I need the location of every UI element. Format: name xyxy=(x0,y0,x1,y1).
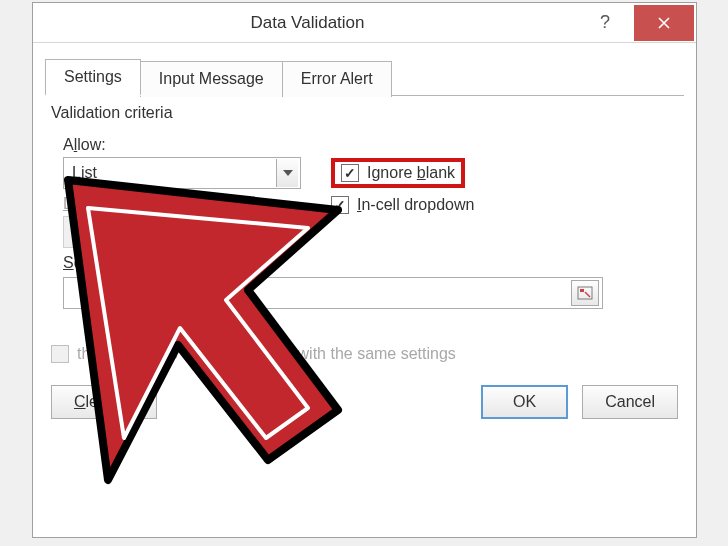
ignore-blank-label: Ignore blank xyxy=(367,164,455,182)
dialog-title: Data Validation xyxy=(33,13,582,33)
tab-bar: Settings Input Message Error Alert xyxy=(45,59,684,96)
apply-changes-row: these ges to all other cells with the sa… xyxy=(51,345,684,363)
apply-changes-checkbox xyxy=(51,345,69,363)
range-selector-button[interactable] xyxy=(571,280,599,306)
source-input[interactable] xyxy=(63,277,603,309)
apply-changes-label: these ges to all other cells with the sa… xyxy=(77,345,456,363)
form-area: Allow: List Data: between So xyxy=(45,126,684,313)
ok-button[interactable]: OK xyxy=(481,385,568,419)
validation-criteria-label: Validation criteria xyxy=(51,104,684,122)
clear-all-button[interactable]: Clear All xyxy=(51,385,157,419)
svg-rect-0 xyxy=(578,287,592,299)
cancel-button[interactable]: Cancel xyxy=(582,385,678,419)
tab-error-alert[interactable]: Error Alert xyxy=(282,61,392,97)
allow-dropdown[interactable]: List xyxy=(63,157,301,189)
button-row: Clear All OK Cancel xyxy=(45,385,684,419)
allow-value: List xyxy=(72,164,276,182)
dialog-content: Settings Input Message Error Alert Valid… xyxy=(33,43,696,429)
allow-label: Allow: xyxy=(63,136,313,154)
help-button[interactable]: ? xyxy=(582,9,628,37)
range-selector-icon xyxy=(577,286,593,300)
data-value: between xyxy=(72,223,276,241)
ignore-blank-highlight: ✓ Ignore blank xyxy=(331,158,465,188)
incell-dropdown-checkbox[interactable]: ✓ xyxy=(331,196,349,214)
incell-dropdown-label: In-cell dropdown xyxy=(357,196,474,214)
chevron-down-icon xyxy=(276,218,298,246)
titlebar: Data Validation ? xyxy=(33,3,696,43)
source-label: Source: xyxy=(63,254,313,272)
close-button[interactable] xyxy=(634,5,694,41)
data-validation-dialog: Data Validation ? Settings Input Message… xyxy=(32,2,697,538)
close-icon xyxy=(657,16,671,30)
tab-input-message[interactable]: Input Message xyxy=(140,61,283,97)
data-dropdown: between xyxy=(63,216,301,248)
tab-settings[interactable]: Settings xyxy=(45,59,141,96)
chevron-down-icon xyxy=(276,159,298,187)
svg-rect-1 xyxy=(580,289,584,292)
ignore-blank-checkbox[interactable]: ✓ xyxy=(341,164,359,182)
data-label: Data: xyxy=(63,195,313,213)
